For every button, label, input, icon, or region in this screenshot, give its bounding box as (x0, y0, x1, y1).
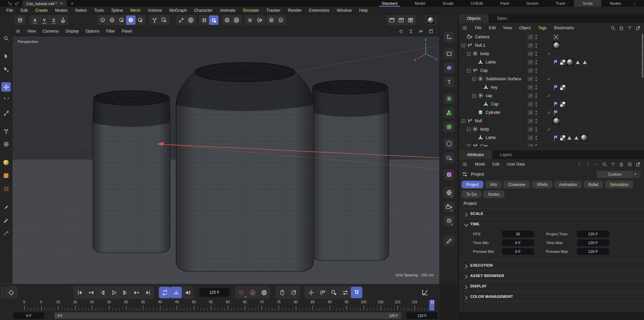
visibility-dots[interactable] (535, 52, 537, 56)
menu-spline[interactable]: Spline (108, 8, 127, 13)
tree-row-null-1[interactable]: −Null.1 (459, 41, 644, 50)
generator-button[interactable] (444, 122, 454, 132)
popout-button[interactable] (636, 162, 641, 167)
subdivision-surface-button[interactable] (444, 93, 454, 104)
annotation-button[interactable]: A (276, 15, 285, 25)
tree-row-cap[interactable]: −Cap (459, 66, 644, 75)
knife-tool-button[interactable] (1, 216, 11, 225)
tree-row-cap[interactable]: −Cap (459, 142, 644, 146)
expander-icon[interactable]: − (467, 52, 471, 56)
phong-tag-icon[interactable] (553, 59, 559, 65)
timeline-grip[interactable] (1, 287, 4, 298)
visibility-dots[interactable] (535, 136, 537, 140)
world-axis-button[interactable] (58, 15, 68, 25)
prev-frame-button[interactable] (97, 287, 108, 298)
tree-row-key[interactable]: key (459, 83, 644, 92)
edit-toggle[interactable] (528, 144, 533, 147)
instance-button[interactable] (444, 152, 454, 163)
visibility-dots[interactable] (535, 110, 537, 115)
cube-primitive-button[interactable] (444, 62, 454, 73)
visibility-dots[interactable] (535, 35, 537, 39)
prev-key-button[interactable] (85, 287, 97, 298)
menu-select[interactable]: Select (71, 8, 91, 13)
lock-y-axis-button[interactable]: Y (40, 15, 49, 25)
scale-tool-button[interactable] (1, 108, 11, 118)
menu-simulate[interactable]: Simulate (239, 8, 263, 13)
popout-button[interactable] (636, 26, 641, 31)
render-region-button[interactable] (222, 15, 232, 25)
layout-tab-model[interactable]: Model (406, 0, 434, 7)
menu-window[interactable]: Window (333, 8, 355, 13)
edit-toggle[interactable] (528, 85, 533, 90)
attribute-tab-xrefs[interactable]: XRefs (532, 181, 552, 188)
polygon-selection-button[interactable] (1, 171, 11, 180)
field-value-preview-min[interactable]: 0 F (502, 248, 534, 255)
field-value-time-min[interactable]: 0 F (502, 239, 534, 246)
om-menu-tags[interactable]: Tags (535, 26, 550, 30)
key-scale-button[interactable] (328, 287, 339, 298)
enabled-check-icon[interactable]: ✓ (545, 110, 553, 115)
annotation-tag-button[interactable] (444, 236, 454, 246)
range-end-field[interactable]: 120 F (407, 312, 437, 319)
attribute-tab-project[interactable]: Project (462, 181, 483, 188)
goto-end-button[interactable] (142, 287, 154, 298)
tab-layers[interactable]: Layers (492, 150, 520, 159)
menu-mesh[interactable]: Mesh (126, 8, 144, 13)
points-mode-button[interactable] (98, 15, 107, 25)
tree-row-cap[interactable]: Cap (459, 100, 644, 108)
lock-z-axis-button[interactable]: Z (49, 15, 58, 25)
section-header[interactable]: SCALE (459, 209, 644, 219)
array-generator-button[interactable] (444, 107, 454, 118)
tree-row-lathe[interactable]: Lathe (459, 134, 644, 142)
menu-edit[interactable]: Edit (17, 8, 32, 13)
target-tag-icon[interactable] (553, 34, 559, 40)
text-object-button[interactable]: T (444, 77, 454, 87)
am-menu-edit[interactable]: Edit (489, 162, 503, 167)
zoom-view-button[interactable] (409, 28, 416, 35)
tweak-mode-button[interactable] (1, 64, 11, 74)
quantize-button[interactable] (209, 15, 218, 25)
timeline-ruler[interactable]: 0510152025303540455055606570758085909510… (0, 300, 439, 305)
soft-selection-button[interactable] (1, 158, 11, 167)
om-menu-edit[interactable]: Edit (485, 26, 499, 30)
uvw-tag-icon[interactable] (560, 85, 565, 90)
visibility-dots[interactable] (535, 144, 537, 147)
expander-icon[interactable]: − (467, 69, 471, 73)
material-tag-icon[interactable] (553, 42, 560, 49)
am-menu-icon[interactable] (462, 162, 467, 167)
zoom-tool-button[interactable] (1, 34, 11, 43)
next-frame-button[interactable] (119, 287, 131, 298)
spline-tools-button[interactable] (444, 32, 454, 42)
tree-row-body[interactable]: −body✓ (459, 125, 644, 134)
render-settings-button[interactable] (232, 15, 241, 25)
menu-modes[interactable]: Modes (51, 8, 71, 13)
search-button[interactable] (610, 26, 615, 31)
snap-settings-button[interactable] (186, 15, 196, 25)
search-button[interactable] (602, 162, 607, 167)
viewport-menu-display[interactable]: Display (62, 29, 82, 34)
expander-icon[interactable]: − (472, 77, 476, 81)
om-menu-object[interactable]: Object (516, 26, 535, 30)
brush-tool-button[interactable] (1, 202, 11, 212)
section-header[interactable]: TIME (459, 219, 644, 229)
viewport-solo-button[interactable] (267, 15, 276, 25)
lock-x-axis-button[interactable]: X (30, 15, 40, 25)
expander-icon[interactable]: − (467, 144, 471, 147)
volume-builder-button[interactable] (444, 138, 454, 149)
tree-row-null[interactable]: −Null (459, 117, 644, 125)
edit-toggle[interactable] (528, 110, 533, 115)
polygons-mode-button[interactable] (117, 15, 126, 25)
layout-tab-sculpt[interactable]: Sculpt (434, 0, 462, 7)
expander-icon[interactable]: − (467, 128, 471, 131)
goto-start-button[interactable] (74, 287, 85, 298)
rotate-view-button[interactable] (419, 28, 426, 35)
selection-tag-icon[interactable] (575, 59, 581, 65)
menu-extensions[interactable]: Extensions (305, 8, 333, 13)
section-header[interactable]: DISPLAY (459, 281, 644, 291)
visibility-dots[interactable] (535, 102, 537, 106)
edit-toggle[interactable] (528, 43, 533, 48)
keyframe-settings-button[interactable] (258, 287, 270, 298)
viewport-menu-cameras[interactable]: Cameras (39, 29, 62, 34)
edit-toggle[interactable] (528, 135, 533, 140)
move-tool-button[interactable] (1, 82, 11, 92)
